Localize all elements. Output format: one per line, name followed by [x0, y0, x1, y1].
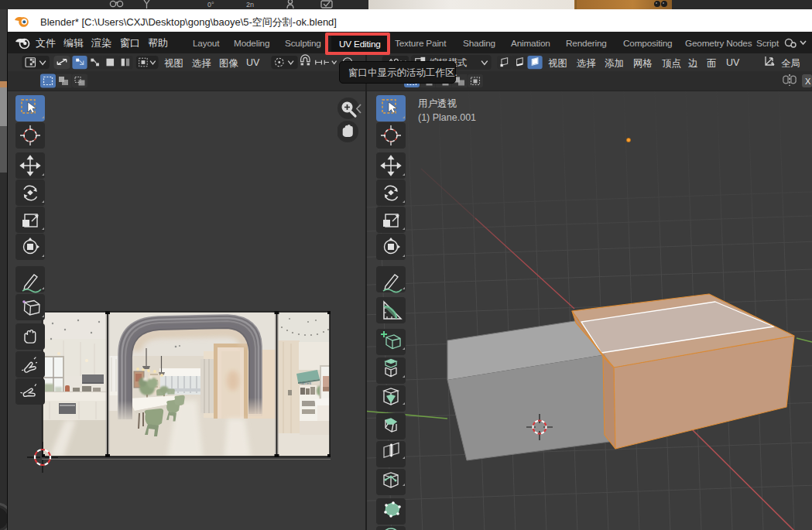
svg-text:X: X — [805, 77, 811, 86]
svg-text:2n: 2n — [246, 1, 254, 9]
svg-text:0°: 0° — [207, 1, 214, 9]
